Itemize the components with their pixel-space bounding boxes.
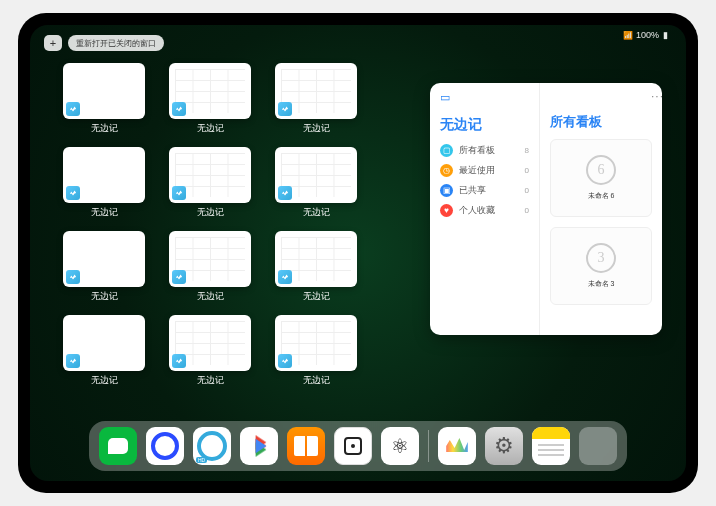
window-thumbnail[interactable] [63, 315, 145, 371]
board-card[interactable]: 6未命名 6 [550, 139, 652, 217]
window-tile[interactable]: 无边记 [272, 63, 360, 135]
window-label: 无边记 [197, 290, 224, 303]
hd-badge: HD [196, 457, 207, 463]
reopen-label: 重新打开已关闭的窗口 [76, 38, 156, 49]
sidebar-item[interactable]: ◷最近使用0 [440, 164, 529, 177]
board-name: 未命名 6 [588, 191, 615, 201]
window-thumbnail[interactable] [63, 147, 145, 203]
panel-content: ··· 所有看板 6未命名 63未命名 3 [540, 83, 662, 335]
freeform-app-icon [172, 102, 186, 116]
ipad-frame: 📶 100% ▮ + 重新打开已关闭的窗口 无边记无边记无边记无边记无边记无边记… [18, 13, 698, 493]
window-label: 无边记 [197, 122, 224, 135]
dock-app-settings[interactable] [485, 427, 523, 465]
panel-title: 无边记 [440, 116, 529, 134]
dock-separator [428, 430, 429, 462]
window-thumbnail[interactable] [169, 147, 251, 203]
freeform-app-icon [66, 102, 80, 116]
window-thumbnail[interactable] [63, 231, 145, 287]
plus-icon: + [50, 37, 56, 49]
freeform-app-icon [278, 102, 292, 116]
window-label: 无边记 [197, 374, 224, 387]
menu-icon: ▢ [440, 144, 453, 157]
window-tile[interactable]: 无边记 [60, 231, 148, 303]
reopen-closed-window-button[interactable]: 重新打开已关闭的窗口 [68, 35, 164, 51]
battery-percent: 100% [636, 30, 659, 40]
window-label: 无边记 [91, 122, 118, 135]
window-label: 无边记 [303, 374, 330, 387]
dock-app-quark-hd[interactable]: HD [193, 427, 231, 465]
menu-label: 已共享 [459, 184, 486, 197]
window-thumbnail[interactable] [275, 63, 357, 119]
window-tile[interactable]: 无边记 [166, 147, 254, 219]
window-thumbnail[interactable] [169, 63, 251, 119]
panel-sidebar: ▭ 无边记 ▢所有看板8◷最近使用0▣已共享0♥个人收藏0 [430, 83, 540, 335]
new-window-button[interactable]: + [44, 35, 62, 51]
window-thumbnail[interactable] [169, 231, 251, 287]
window-label: 无边记 [303, 290, 330, 303]
menu-count: 0 [525, 166, 529, 175]
status-bar: 📶 100% ▮ [623, 30, 668, 40]
window-tile[interactable]: 无边记 [166, 315, 254, 387]
sidebar-item[interactable]: ▢所有看板8 [440, 144, 529, 157]
dock-app-play[interactable] [240, 427, 278, 465]
window-tile[interactable]: 无边记 [60, 315, 148, 387]
window-tile[interactable]: 无边记 [60, 63, 148, 135]
board-sketch: 6 [586, 155, 616, 185]
window-thumbnail[interactable] [275, 231, 357, 287]
board-name: 未命名 3 [588, 279, 615, 289]
ipad-screen: 📶 100% ▮ + 重新打开已关闭的窗口 无边记无边记无边记无边记无边记无边记… [30, 25, 686, 481]
dock-app-books[interactable] [287, 427, 325, 465]
freeform-app-icon [172, 186, 186, 200]
dock-app-notes[interactable] [532, 427, 570, 465]
window-thumbnail[interactable] [275, 147, 357, 203]
window-thumbnail[interactable] [275, 315, 357, 371]
board-sketch: 3 [586, 243, 616, 273]
dock-app-quark[interactable] [146, 427, 184, 465]
dock-app-freeform[interactable] [438, 427, 476, 465]
sidebar-item[interactable]: ▣已共享0 [440, 184, 529, 197]
menu-count: 0 [525, 186, 529, 195]
window-label: 无边记 [197, 206, 224, 219]
panel-right-title: 所有看板 [550, 113, 652, 131]
menu-icon: ♥ [440, 204, 453, 217]
window-tile[interactable]: 无边记 [166, 231, 254, 303]
window-tile[interactable]: 无边记 [166, 63, 254, 135]
freeform-app-icon [66, 186, 80, 200]
menu-label: 最近使用 [459, 164, 495, 177]
window-thumbnail[interactable] [63, 63, 145, 119]
freeform-app-icon [278, 270, 292, 284]
dock-app-molecule[interactable] [381, 427, 419, 465]
window-thumbnail[interactable] [169, 315, 251, 371]
freeform-app-icon [66, 270, 80, 284]
app-panel[interactable]: ▭ 无边记 ▢所有看板8◷最近使用0▣已共享0♥个人收藏0 ··· 所有看板 6… [430, 83, 662, 335]
dock: HD [89, 421, 627, 471]
window-label: 无边记 [91, 374, 118, 387]
window-tile[interactable]: 无边记 [272, 147, 360, 219]
menu-icon: ◷ [440, 164, 453, 177]
dock-app-appfolder[interactable] [579, 427, 617, 465]
window-label: 无边记 [91, 206, 118, 219]
sidebar-toggle-icon[interactable]: ▭ [440, 91, 529, 104]
menu-label: 所有看板 [459, 144, 495, 157]
menu-label: 个人收藏 [459, 204, 495, 217]
freeform-app-icon [172, 354, 186, 368]
dock-app-dice[interactable] [334, 427, 372, 465]
window-label: 无边记 [91, 290, 118, 303]
windows-grid: 无边记无边记无边记无边记无边记无边记无边记无边记无边记无边记无边记无边记 [60, 63, 360, 387]
freeform-app-icon [278, 354, 292, 368]
sidebar-item[interactable]: ♥个人收藏0 [440, 204, 529, 217]
menu-count: 0 [525, 206, 529, 215]
dock-app-wechat[interactable] [99, 427, 137, 465]
menu-count: 8 [525, 146, 529, 155]
freeform-app-icon [172, 270, 186, 284]
signal-icon: 📶 [623, 31, 632, 40]
window-label: 无边记 [303, 206, 330, 219]
board-card[interactable]: 3未命名 3 [550, 227, 652, 305]
more-icon[interactable]: ··· [651, 89, 662, 103]
window-label: 无边记 [303, 122, 330, 135]
window-tile[interactable]: 无边记 [60, 147, 148, 219]
freeform-app-icon [66, 354, 80, 368]
window-tile[interactable]: 无边记 [272, 231, 360, 303]
window-tile[interactable]: 无边记 [272, 315, 360, 387]
menu-icon: ▣ [440, 184, 453, 197]
